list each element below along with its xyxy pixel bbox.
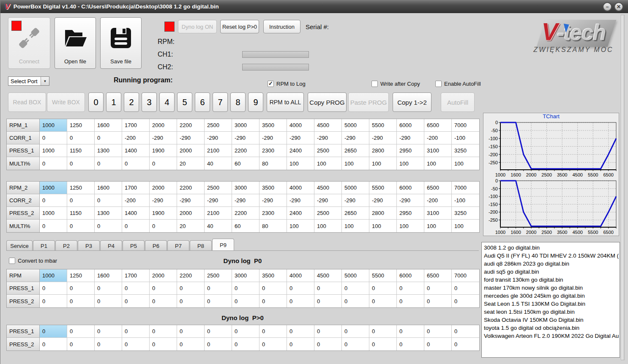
grid-cell[interactable]: 5500: [369, 119, 397, 132]
paste-prog-button[interactable]: Paste PROG: [348, 92, 389, 112]
grid-cell[interactable]: 1400: [122, 144, 150, 157]
grid-cell[interactable]: 3000: [232, 269, 259, 282]
file-list-item[interactable]: audi q8 286km 2023 go digital.bin: [484, 260, 617, 268]
grid-cell[interactable]: 0: [150, 282, 177, 295]
grid-cell[interactable]: 100: [314, 157, 342, 170]
grid-cell[interactable]: 100: [424, 220, 452, 232]
grid-cell[interactable]: 2000: [150, 182, 177, 194]
grid-cell[interactable]: 0: [397, 338, 424, 350]
tab-p6[interactable]: P6: [145, 240, 167, 251]
grid-cell[interactable]: 0: [342, 338, 369, 350]
file-list-item[interactable]: toyota 1.5 go digital od obciążenia.bin: [484, 324, 617, 332]
instruction-button[interactable]: Instruction: [263, 20, 300, 33]
grid-cell[interactable]: 1700: [122, 182, 150, 194]
grid-cell[interactable]: 7000: [452, 269, 479, 282]
grid-cell[interactable]: 2950: [397, 144, 424, 157]
grid-cell[interactable]: 6000: [397, 182, 424, 194]
rpm-to-log-checkbox[interactable]: ✓ RPM to Log: [268, 81, 306, 87]
grid-cell[interactable]: 100: [397, 157, 424, 170]
autofill-button[interactable]: AutoFill: [441, 92, 475, 112]
grid-cell[interactable]: 100: [342, 157, 369, 170]
grid-cell[interactable]: 0: [67, 157, 95, 170]
grid-cell[interactable]: 0: [205, 295, 232, 307]
grid-cell[interactable]: 0: [95, 157, 122, 170]
select-port-dropdown[interactable]: Select Port ▼: [8, 76, 49, 86]
grid-cell[interactable]: 2650: [342, 144, 369, 157]
grid-cell[interactable]: 20: [177, 157, 205, 170]
tab-p1[interactable]: P1: [33, 240, 55, 251]
grid-cell[interactable]: -290: [232, 194, 259, 207]
grid-cell[interactable]: 0: [314, 325, 342, 338]
grid-cell[interactable]: 0: [424, 338, 452, 350]
grid-cell[interactable]: 0: [95, 282, 122, 295]
grid-cell[interactable]: 0: [177, 338, 205, 350]
grid-cell[interactable]: 0: [314, 282, 342, 295]
grid-cell[interactable]: 0: [40, 157, 67, 170]
chevron-down-icon[interactable]: ▼: [41, 77, 49, 85]
open-file-button[interactable]: Open file: [55, 17, 96, 69]
grid-cell[interactable]: 0: [177, 282, 205, 295]
grid-cell[interactable]: 3250: [452, 144, 479, 157]
file-list-item[interactable]: master 170km nowy silnik go digital.bin: [484, 284, 617, 292]
read-box-button[interactable]: Read BOX: [8, 92, 46, 112]
program-digit-button[interactable]: 3: [142, 92, 157, 112]
grid-cell[interactable]: 0: [67, 132, 95, 144]
grid-cell[interactable]: 0: [259, 295, 287, 307]
grid-cell[interactable]: 2000: [150, 119, 177, 132]
grid-cell[interactable]: 2500: [314, 207, 342, 220]
grid-cell[interactable]: 100: [314, 220, 342, 232]
grid-cell[interactable]: 5500: [369, 269, 397, 282]
grid-cell[interactable]: 100: [369, 220, 397, 232]
grid-cell[interactable]: 2200: [177, 182, 205, 194]
grid-cell[interactable]: 0: [95, 325, 122, 338]
grid-cell[interactable]: 0: [287, 325, 314, 338]
program-digit-button[interactable]: 2: [124, 92, 139, 112]
grid-cell[interactable]: 4500: [314, 119, 342, 132]
grid-cell[interactable]: 5500: [369, 182, 397, 194]
grid-cell[interactable]: 2400: [287, 207, 314, 220]
grid-cell[interactable]: 0: [122, 282, 150, 295]
program-digit-button[interactable]: 1: [106, 92, 121, 112]
grid-cell[interactable]: 0: [95, 132, 122, 144]
grid-cell[interactable]: 0: [40, 338, 67, 350]
grid-cell[interactable]: -290: [259, 194, 287, 207]
grid-cell[interactable]: 0: [424, 282, 452, 295]
grid-cell[interactable]: 1000: [40, 269, 67, 282]
write-box-button[interactable]: Write BOX: [47, 92, 85, 112]
minimize-button[interactable]: –: [603, 2, 612, 11]
file-list-item[interactable]: Audi Q5 II (FY FL) 40 TDI MHEV 2.0 150kW…: [484, 252, 617, 260]
grid-cell[interactable]: -200: [424, 132, 452, 144]
grid-cell[interactable]: 6500: [424, 269, 452, 282]
grid-cell[interactable]: 0: [369, 282, 397, 295]
grid-cell[interactable]: -200: [122, 194, 150, 207]
program-digit-button[interactable]: 9: [248, 92, 263, 112]
grid-cell[interactable]: 2200: [232, 207, 259, 220]
grid-cell[interactable]: 0: [122, 295, 150, 307]
grid-cell[interactable]: 0: [150, 295, 177, 307]
grid-cell[interactable]: 0: [205, 325, 232, 338]
grid-cell[interactable]: 1300: [95, 207, 122, 220]
grid-cell[interactable]: 0: [67, 338, 95, 350]
grid-cell[interactable]: -290: [397, 194, 424, 207]
grid-cell[interactable]: 0: [150, 220, 177, 232]
grid-cell[interactable]: 4500: [314, 182, 342, 194]
grid-cell[interactable]: 0: [369, 295, 397, 307]
grid-cell[interactable]: 7000: [452, 119, 479, 132]
file-list-item[interactable]: ford transit 130km go digital.bin: [484, 276, 617, 284]
grid-cell[interactable]: 3500: [259, 269, 287, 282]
grid-cell[interactable]: 0: [259, 338, 287, 350]
grid-cell[interactable]: 2100: [205, 144, 232, 157]
grid-cell[interactable]: -290: [150, 194, 177, 207]
grid-cell[interactable]: 6000: [397, 119, 424, 132]
grid-cell[interactable]: 1250: [67, 119, 95, 132]
grid-cell[interactable]: 0: [177, 325, 205, 338]
grid-cell[interactable]: 0: [40, 220, 67, 232]
grid-cell[interactable]: 0: [232, 338, 259, 350]
grid-cell[interactable]: 1000: [40, 119, 67, 132]
grid-cell[interactable]: -290: [177, 194, 205, 207]
grid-cell[interactable]: -290: [342, 132, 369, 144]
grid-cell[interactable]: -290: [314, 194, 342, 207]
grid-cell[interactable]: 0: [95, 194, 122, 207]
grid-cell[interactable]: 0: [397, 325, 424, 338]
tab-service[interactable]: Service: [6, 240, 33, 251]
